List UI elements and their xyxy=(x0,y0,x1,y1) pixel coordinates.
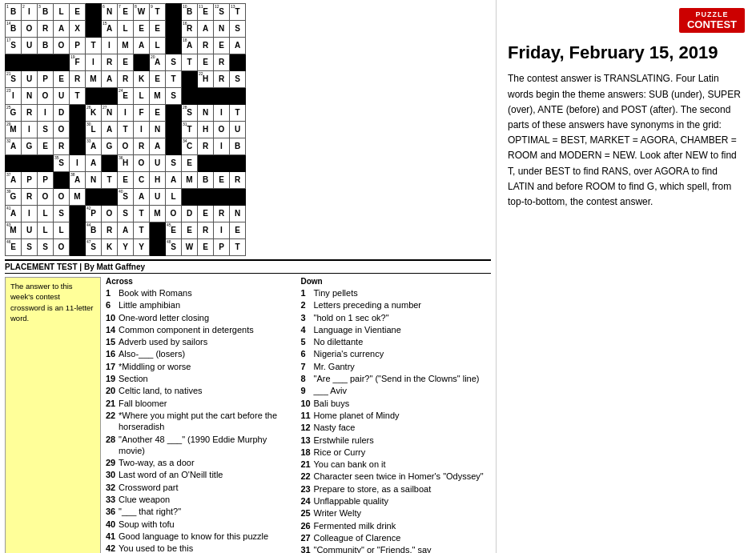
grid-cell: E xyxy=(118,54,134,71)
clue-item: 2Letters preceding a number xyxy=(301,299,487,311)
grid-cell-black xyxy=(150,239,166,256)
grid-cell-black xyxy=(230,88,246,105)
grid-cell: 28S xyxy=(182,105,198,122)
grid-cell: I xyxy=(22,122,38,138)
grid-cell: A xyxy=(118,222,134,239)
clue-item: 42You used to be this xyxy=(106,543,292,553)
clue-item: 22Character seen twice in Homer's "Odyss… xyxy=(301,471,487,482)
grid-row: 25G R I D 26K 27N I F E 28S N I T xyxy=(6,105,246,122)
grid-cell: 7E xyxy=(118,4,134,21)
placement-text: PLACEMENT TEST | By Matt Gaffney xyxy=(5,262,145,271)
grid-row: 1B 2I 3B L E 6N 7E 8W 9T 10B 11E 12S 13T xyxy=(6,4,246,21)
grid-cell: 34C xyxy=(182,138,198,155)
clue-item: 41Good language to know for this puzzle xyxy=(106,531,292,542)
grid-cell: 27N xyxy=(102,105,118,122)
grid-cell-black xyxy=(198,88,214,105)
grid-row: 37A P P 38A N T E C H A M B E R xyxy=(6,172,246,189)
grid-cell: R xyxy=(214,54,230,71)
grid-cell: O xyxy=(102,206,118,222)
grid-cell: N xyxy=(230,206,246,222)
grid-cell: K xyxy=(102,239,118,256)
grid-cell: A xyxy=(166,172,182,189)
grid-cell-black xyxy=(54,54,70,71)
clue-item: 29Two-way, as a door xyxy=(106,457,292,468)
grid-cell-black xyxy=(86,189,102,206)
grid-cell highlight: T xyxy=(118,122,134,138)
clue-item: 30Last word of an O'Neill title xyxy=(106,469,292,480)
grid-cell: R xyxy=(198,222,214,239)
grid-cell-black xyxy=(6,54,22,71)
grid-cell: L xyxy=(118,21,134,38)
grid-cell-black xyxy=(38,155,54,172)
clue-item: 1Tiny pellets xyxy=(301,287,487,299)
grid-cell: U xyxy=(54,88,70,105)
clue-item: 17*Middling or worse xyxy=(106,361,292,372)
grid-row: 23I N O U T 24E L M S xyxy=(6,88,246,105)
grid-cell: U xyxy=(22,38,38,54)
clue-item: 14Common component in detergents xyxy=(106,324,292,335)
grid-cell-black xyxy=(38,54,54,71)
grid-cell: H xyxy=(198,122,214,138)
explanation-text: The contest answer is TRANSLATING. Four … xyxy=(508,71,745,210)
grid-cell-black xyxy=(230,155,246,172)
grid-cell: I xyxy=(102,38,118,54)
grid-cell: O xyxy=(38,88,54,105)
grid-cell: 8W xyxy=(134,4,150,21)
grid-cell highlight-orange: S xyxy=(230,21,246,38)
grid-cell: 13T xyxy=(230,4,246,21)
grid-cell: I xyxy=(214,138,230,155)
grid-cell: L xyxy=(38,206,54,222)
clue-item: 6Little amphibian xyxy=(106,299,292,311)
grid-cell: R xyxy=(102,54,118,71)
grid-cell: P xyxy=(70,38,86,54)
explanation-paragraph: The contest answer is TRANSLATING. Four … xyxy=(508,71,745,210)
grid-cell: U xyxy=(150,155,166,172)
grid-cell: S xyxy=(230,71,246,88)
crossword-grid-wrapper: 1B 2I 3B L E 6N 7E 8W 9T 10B 11E 12S 13T xyxy=(5,3,491,256)
grid-row: 32A G E R 33A G O R A 34C R I B xyxy=(6,138,246,155)
grid-cell: R xyxy=(102,222,118,239)
grid-cell: 17S xyxy=(6,38,22,54)
grid-cell: R xyxy=(198,38,214,54)
grid-cell: S xyxy=(38,239,54,256)
grid-cell: M xyxy=(182,172,198,189)
grid-cell: 26K xyxy=(86,105,102,122)
grid-cell: E xyxy=(198,239,214,256)
grid-cell highlight: N xyxy=(150,122,166,138)
grid-cell-black xyxy=(166,138,182,155)
grid-cell: 10B xyxy=(182,4,198,21)
grid-cell: E xyxy=(54,71,70,88)
grid-cell: K xyxy=(134,71,150,88)
grid-cell: M xyxy=(118,38,134,54)
grid-cell: S xyxy=(38,122,54,138)
grid-cell-black xyxy=(182,71,198,88)
grid-cell: E xyxy=(150,105,166,122)
grid-cell: B xyxy=(38,38,54,54)
grid-cell: 19F xyxy=(70,54,86,71)
grid-cell: M xyxy=(86,71,102,88)
grid-cell: 38A xyxy=(70,172,86,189)
grid-cell: M xyxy=(150,206,166,222)
grid-cell: R xyxy=(54,138,70,155)
grid-cell: S xyxy=(54,206,70,222)
grid-cell: 15A xyxy=(102,21,118,38)
grid-cell: N xyxy=(198,105,214,122)
grid-row: 39G R O O M 40S A U L xyxy=(6,189,246,206)
grid-cell: E xyxy=(134,21,150,38)
grid-cell: I xyxy=(214,105,230,122)
grid-cell: O xyxy=(134,155,150,172)
grid-cell: O xyxy=(38,189,54,206)
grid-cell-black xyxy=(70,138,86,155)
grid-cell: 40S xyxy=(118,189,134,206)
grid-cell: E xyxy=(182,222,198,239)
grid-cell: N xyxy=(86,172,102,189)
clue-item: 9___ Aviv xyxy=(301,385,487,396)
grid-cell-black xyxy=(198,189,214,206)
clue-item: 4Language in Vientiane xyxy=(301,324,487,335)
contest-banner: PUZZLE CONTEST xyxy=(679,8,745,33)
across-clues-col1: Across 1Book with Romans 6Little amphibi… xyxy=(106,277,296,553)
grid-cell: E xyxy=(118,172,134,189)
clue-item: 21Fall bloomer xyxy=(106,398,292,409)
grid-cell: 6N xyxy=(102,4,118,21)
clue-item: 19Section xyxy=(106,373,292,384)
